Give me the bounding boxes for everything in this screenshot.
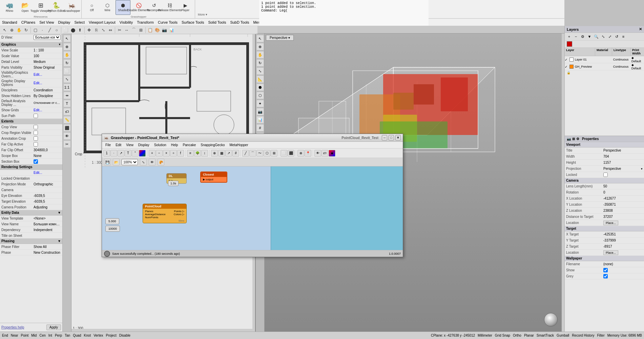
fillet-tool-btn[interactable]: ⌒ [130,27,137,33]
recompute-btn[interactable]: ↺ Recompute [147,0,162,15]
apply-btn[interactable]: Apply [46,324,61,330]
gh-crv-btn[interactable]: 〜 [256,150,263,157]
osnap-cen[interactable]: Cen [39,334,45,337]
vp-text-btn[interactable]: T [63,100,71,107]
vp3d-shaded-btn[interactable]: ⬢ [256,84,264,91]
off-btn[interactable]: ○ Off [84,0,99,15]
crop-view-checkbox[interactable] [34,125,38,129]
disable-elements-btn[interactable]: 🚫 Disable Elements [131,0,146,15]
gh-pt-btn[interactable]: ⊕ [211,150,218,157]
gh-close-btn[interactable]: ✕ [395,135,401,140]
gh-toggle-preview-btn[interactable]: 👁 [149,159,155,165]
gh-node-pointcloud[interactable]: PointCloud Planes Points ▷ AverageDistan… [143,204,187,223]
osnap-knot[interactable]: Knot [84,334,91,337]
target-place-btn[interactable]: Place... [603,250,618,255]
vp-pan-btn[interactable]: ✋ [63,51,71,59]
gh-div-btn[interactable]: ÷ [170,150,177,157]
gh-tree-btn[interactable]: 🌳 [194,150,201,157]
open-btn[interactable]: 📂 Open [18,0,33,15]
vp-1to1-btn[interactable]: 1:1 [63,84,71,91]
gh-vector-btn[interactable]: ↗ [118,150,124,157]
vp-locked-checkbox[interactable] [603,173,608,177]
perspective-label[interactable]: Perspective ▾ [266,35,294,41]
extend-tool-btn[interactable]: ↔ [123,27,130,33]
tab-solid-tools[interactable]: Solid Tools [206,20,228,25]
analysis-btn[interactable]: 📊 [168,27,175,33]
line-tool-btn[interactable]: ╱ [46,27,53,33]
vp-extents-btn[interactable]: ⤡ [63,75,71,83]
gh-preview-btn[interactable]: 👁 [314,150,321,157]
gh-sort-btn[interactable]: ↕ [201,150,208,157]
section-box-checkbox[interactable] [34,159,38,164]
grasshopper-btn[interactable]: 🦗 Grasshopper [64,0,79,15]
record-history[interactable]: Record History [572,334,594,337]
circle-tool-btn[interactable]: ○ [53,27,60,33]
osnap-near[interactable]: Near [11,334,18,337]
nav-sphere[interactable] [544,313,558,326]
tab-subd-tools[interactable]: SubD Tools [228,20,251,25]
view-dropdown[interactable]: Большая комната [34,35,61,40]
gh-point-btn[interactable]: · [110,150,117,157]
gumball[interactable]: Gumball [557,334,569,337]
gh-closest-btn[interactable]: 📍 [305,150,311,157]
tab-cplanes[interactable]: CPlanes [19,20,38,25]
osnap-end[interactable]: End [2,334,8,337]
gh-param-10000[interactable]: 10000 [105,226,120,232]
tab-visibility[interactable]: Visibility [118,20,135,25]
osnap-vertex[interactable]: Vertex [94,334,103,337]
gh-param-1s[interactable]: 1.0s [168,181,179,186]
tab-transform[interactable]: Transform [135,20,156,25]
gh-minimize-btn[interactable]: ─ [382,135,387,140]
gh-srf-btn[interactable]: ⬜ [281,150,287,157]
move-tool-btn[interactable]: ✥ [86,27,92,33]
sphere-tool-btn[interactable]: ⬤ [69,27,76,33]
gh-expr-btn[interactable]: f [177,150,184,157]
vp-zoom-btn[interactable]: ⊕ [63,43,71,50]
layer-collapse-btn[interactable]: ⤢ [607,33,613,40]
vp3d-perspective-btn[interactable]: 📐 [256,75,264,83]
gh-menu-help[interactable]: Help [169,142,180,148]
wallpaper-grey-checkbox[interactable] [603,274,608,278]
annotation-crop-checkbox[interactable] [34,136,38,141]
layer-expand-btn[interactable]: ⤡ [600,33,606,40]
osnap-project[interactable]: Project [106,334,117,337]
select-tool-btn[interactable]: ▢ [32,27,39,33]
gh-canvas-save-btn[interactable]: 💾 [104,159,111,165]
gh-menu-snapping[interactable]: SnappingGecko [199,142,227,148]
vp3d-select-btn[interactable]: ↖ [256,35,264,42]
wallpaper-show-checkbox[interactable] [603,268,608,272]
crop-region-checkbox[interactable] [34,131,38,135]
release-elements-btn[interactable]: ⛓ Release Elements [162,0,177,15]
scale-tool-btn[interactable]: ⤡ [100,27,107,33]
gh-vec-btn[interactable]: ↗ [225,150,232,157]
material-btn[interactable]: 🎨 [154,27,161,33]
join-tool-btn[interactable]: ⊞ [138,27,144,33]
gh-bool-btn[interactable]: T [125,150,131,157]
osnap-disable[interactable]: Disable [119,334,130,337]
osnap-point[interactable]: Point [21,334,28,337]
tab-standard[interactable]: Standard [0,20,19,25]
mirror-tool-btn[interactable]: ⇔ [107,27,114,33]
zoom-tool-btn[interactable]: ⊕ [8,27,15,33]
gh-number-btn[interactable]: 1 [103,150,110,157]
tab-select[interactable]: Select [72,20,87,25]
shaded-btn[interactable]: ⬢ Shaded [116,0,130,15]
layer-settings-btn[interactable]: ⚙ [580,33,586,40]
camera-place-btn[interactable]: Place... [603,221,618,225]
gh-menu-metahopper[interactable]: MetaHopper [227,142,250,148]
rotate-tool-btn[interactable]: ↻ [23,27,29,33]
gh-plane-btn[interactable]: ▦ [218,150,225,157]
gh-color-btn[interactable] [139,150,146,157]
gh-text-tag-btn[interactable]: 🏷 [321,150,328,157]
tab-curve-tools[interactable]: Curve Tools [156,20,180,25]
gh-region-btn[interactable]: ⊗ [297,150,304,157]
vp3d-render-btn[interactable]: 📷 [256,108,264,115]
extrude-tool-btn[interactable]: ⬆ [77,27,83,33]
grid-snap[interactable]: Grid Snap [495,334,510,337]
vp-measure-btn[interactable]: 📏 [63,116,71,123]
vp3d-xray-btn[interactable]: ✦ [256,100,264,107]
vp-window-btn[interactable]: ⬜ [63,67,71,75]
point-tool-btn[interactable]: · [39,27,46,33]
trim-tool-btn[interactable]: ✂ [116,27,123,33]
osnap-int[interactable]: Int [48,334,52,337]
